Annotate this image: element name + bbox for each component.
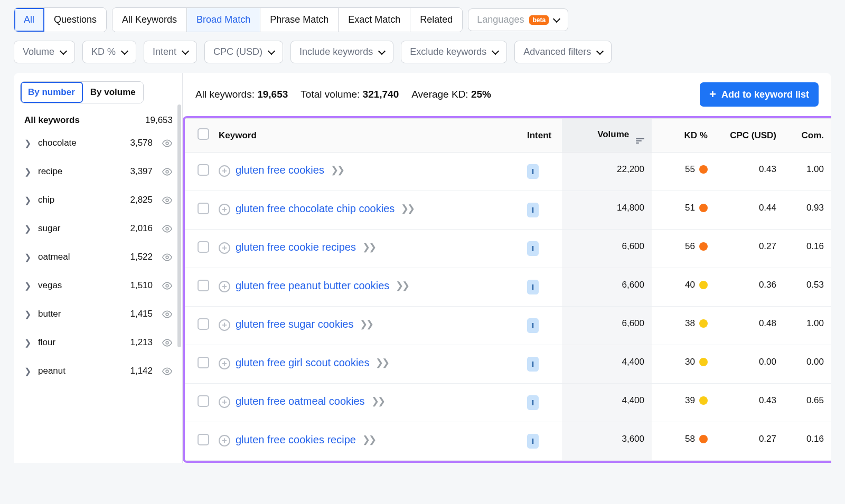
svg-point-4 bbox=[166, 256, 168, 259]
difficulty-dot-icon bbox=[699, 281, 708, 289]
row-checkbox[interactable] bbox=[198, 164, 209, 176]
cpc-cell: 0.43 bbox=[715, 153, 784, 191]
scrollbar[interactable] bbox=[177, 104, 181, 347]
filter-include-keywords[interactable]: Include keywords bbox=[290, 41, 393, 63]
add-to-keyword-list-button[interactable]: + Add to keyword list bbox=[700, 82, 819, 107]
eye-icon[interactable] bbox=[161, 365, 173, 377]
col-volume[interactable]: Volume bbox=[562, 119, 652, 153]
chevron-right-icon: ❯ bbox=[24, 366, 32, 376]
expand-icon[interactable]: ❯❯ bbox=[396, 280, 408, 291]
expand-icon[interactable]: ❯❯ bbox=[401, 203, 414, 214]
eye-icon[interactable] bbox=[161, 337, 173, 348]
tab-phrase-match[interactable]: Phrase Match bbox=[260, 8, 339, 32]
col-kd[interactable]: KD % bbox=[652, 119, 715, 153]
add-keyword-icon[interactable]: + bbox=[219, 435, 230, 446]
add-keyword-icon[interactable]: + bbox=[219, 319, 230, 331]
expand-icon[interactable]: ❯❯ bbox=[371, 395, 384, 407]
sidebar-term: chip bbox=[38, 195, 124, 205]
volume-cell: 6,600 bbox=[562, 230, 652, 268]
com-cell: 0.53 bbox=[784, 268, 831, 307]
filter-exclude-keywords[interactable]: Exclude keywords bbox=[401, 41, 507, 63]
add-keyword-icon[interactable]: + bbox=[219, 204, 230, 215]
eye-icon[interactable] bbox=[161, 137, 173, 149]
kd-cell: 55 bbox=[685, 164, 708, 175]
row-checkbox[interactable] bbox=[198, 357, 209, 368]
tab-exact-match[interactable]: Exact Match bbox=[339, 8, 410, 32]
expand-icon[interactable]: ❯❯ bbox=[331, 164, 343, 176]
com-cell: 0.93 bbox=[784, 191, 831, 230]
kd-cell: 39 bbox=[685, 395, 708, 406]
row-checkbox[interactable] bbox=[198, 395, 209, 407]
tab-broad-match[interactable]: Broad Match bbox=[187, 8, 260, 32]
sidebar-count: 3,397 bbox=[130, 166, 153, 177]
sidebar: By numberBy volume All keywords 19,653 ❯… bbox=[14, 73, 183, 463]
sidebar-item-sugar[interactable]: ❯sugar2,016 bbox=[20, 214, 177, 243]
languages-dropdown[interactable]: Languages beta bbox=[468, 8, 568, 31]
add-keyword-icon[interactable]: + bbox=[219, 242, 230, 254]
add-keyword-icon[interactable]: + bbox=[219, 358, 230, 369]
plus-icon: + bbox=[709, 89, 716, 100]
sidebar-item-oatmeal[interactable]: ❯oatmeal1,522 bbox=[20, 243, 177, 271]
filter-kd-[interactable]: KD % bbox=[82, 41, 136, 63]
sidebar-item-butter[interactable]: ❯butter1,415 bbox=[20, 300, 177, 328]
select-all-checkbox[interactable] bbox=[198, 128, 209, 140]
eye-icon[interactable] bbox=[161, 194, 173, 206]
filter-cpc-usd-[interactable]: CPC (USD) bbox=[204, 41, 283, 63]
eye-icon[interactable] bbox=[161, 166, 173, 177]
filter-intent[interactable]: Intent bbox=[144, 41, 197, 63]
sidebar-item-peanut[interactable]: ❯peanut1,142 bbox=[20, 357, 177, 385]
difficulty-dot-icon bbox=[699, 165, 708, 174]
tab-all[interactable]: All bbox=[14, 8, 44, 32]
sidebar-term: flour bbox=[38, 337, 124, 348]
sidebar-item-flour[interactable]: ❯flour1,213 bbox=[20, 328, 177, 357]
intent-badge: I bbox=[527, 434, 539, 449]
sidebar-item-chip[interactable]: ❯chip2,825 bbox=[20, 186, 177, 214]
chevron-down-icon bbox=[378, 47, 386, 54]
add-keyword-icon[interactable]: + bbox=[219, 396, 230, 408]
eye-icon[interactable] bbox=[161, 223, 173, 234]
sidebar-item-vegas[interactable]: ❯vegas1,510 bbox=[20, 271, 177, 300]
col-keyword[interactable]: Keyword bbox=[211, 119, 520, 153]
col-intent[interactable]: Intent bbox=[520, 119, 562, 153]
sidebar-item-recipe[interactable]: ❯recipe3,397 bbox=[20, 157, 177, 186]
sidebar-item-chocolate[interactable]: ❯chocolate3,578 bbox=[20, 129, 177, 157]
chevron-right-icon: ❯ bbox=[24, 281, 32, 291]
sidebar-toggle-by-volume[interactable]: By volume bbox=[83, 82, 143, 103]
sidebar-list: ❯chocolate3,578❯recipe3,397❯chip2,825❯su… bbox=[20, 129, 177, 385]
expand-icon[interactable]: ❯❯ bbox=[362, 241, 375, 253]
volume-cell: 14,800 bbox=[562, 191, 652, 230]
add-keyword-icon[interactable]: + bbox=[219, 281, 230, 292]
add-keyword-icon[interactable]: + bbox=[219, 165, 230, 177]
top-tab-row: AllQuestions All KeywordsBroad MatchPhra… bbox=[14, 7, 831, 32]
eye-icon[interactable] bbox=[161, 251, 173, 263]
kd-cell: 56 bbox=[685, 241, 708, 252]
expand-icon[interactable]: ❯❯ bbox=[375, 357, 388, 368]
eye-icon[interactable] bbox=[161, 308, 173, 320]
difficulty-dot-icon bbox=[699, 319, 708, 328]
eye-icon[interactable] bbox=[161, 280, 173, 291]
col-com[interactable]: Com. bbox=[784, 119, 831, 153]
sidebar-toggle-by-number[interactable]: By number bbox=[21, 82, 83, 103]
expand-icon[interactable]: ❯❯ bbox=[362, 434, 375, 445]
tab-related[interactable]: Related bbox=[410, 8, 462, 32]
filter-advanced-filters[interactable]: Advanced filters bbox=[514, 41, 612, 63]
filter-volume[interactable]: Volume bbox=[14, 41, 75, 63]
com-cell: 0.65 bbox=[784, 384, 831, 422]
sidebar-count: 1,522 bbox=[130, 252, 153, 262]
tab-questions[interactable]: Questions bbox=[44, 8, 106, 32]
sidebar-count: 1,213 bbox=[130, 337, 153, 348]
row-checkbox[interactable] bbox=[198, 280, 209, 291]
row-checkbox[interactable] bbox=[198, 434, 209, 445]
com-cell: 1.00 bbox=[784, 307, 831, 345]
com-cell: 0.16 bbox=[784, 230, 831, 268]
row-checkbox[interactable] bbox=[198, 318, 209, 330]
chevron-right-icon: ❯ bbox=[24, 167, 32, 177]
row-checkbox[interactable] bbox=[198, 241, 209, 253]
col-cpc[interactable]: CPC (USD) bbox=[715, 119, 784, 153]
tab-all-keywords[interactable]: All Keywords bbox=[112, 8, 187, 32]
row-checkbox[interactable] bbox=[198, 203, 209, 214]
expand-icon[interactable]: ❯❯ bbox=[360, 318, 372, 330]
table-row: +gluten free girl scout cookies❯❯I4,4003… bbox=[185, 345, 831, 384]
sidebar-term: peanut bbox=[38, 366, 124, 376]
cpc-cell: 0.27 bbox=[715, 422, 784, 461]
